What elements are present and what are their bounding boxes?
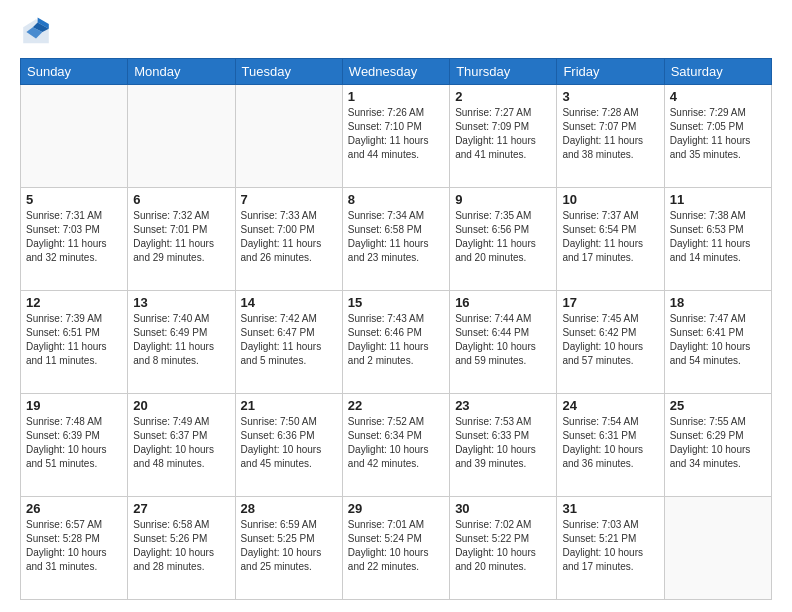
day-cell-3-0: 19Sunrise: 7:48 AMSunset: 6:39 PMDayligh… [21, 394, 128, 497]
day-info-line: Sunrise: 6:58 AM [133, 518, 229, 532]
day-cell-4-4: 30Sunrise: 7:02 AMSunset: 5:22 PMDayligh… [450, 497, 557, 600]
day-cell-0-3: 1Sunrise: 7:26 AMSunset: 7:10 PMDaylight… [342, 85, 449, 188]
col-monday: Monday [128, 59, 235, 85]
day-cell-4-1: 27Sunrise: 6:58 AMSunset: 5:26 PMDayligh… [128, 497, 235, 600]
day-cell-2-3: 15Sunrise: 7:43 AMSunset: 6:46 PMDayligh… [342, 291, 449, 394]
day-info-line: Sunset: 5:21 PM [562, 532, 658, 546]
day-number: 25 [670, 398, 766, 413]
day-number: 12 [26, 295, 122, 310]
day-info-line: Daylight: 10 hours and 54 minutes. [670, 340, 766, 368]
day-info-line: Sunrise: 7:43 AM [348, 312, 444, 326]
week-row-4: 19Sunrise: 7:48 AMSunset: 6:39 PMDayligh… [21, 394, 772, 497]
day-info-line: Sunrise: 7:01 AM [348, 518, 444, 532]
day-info-line: Daylight: 10 hours and 36 minutes. [562, 443, 658, 471]
day-number: 30 [455, 501, 551, 516]
day-info-line: Sunset: 6:56 PM [455, 223, 551, 237]
page-container: Sunday Monday Tuesday Wednesday Thursday… [0, 0, 792, 612]
day-info-line: Sunrise: 7:50 AM [241, 415, 337, 429]
day-number: 5 [26, 192, 122, 207]
day-info-line: Sunset: 6:41 PM [670, 326, 766, 340]
day-info-line: Sunset: 7:10 PM [348, 120, 444, 134]
day-number: 31 [562, 501, 658, 516]
day-cell-1-2: 7Sunrise: 7:33 AMSunset: 7:00 PMDaylight… [235, 188, 342, 291]
day-info-line: Sunset: 6:33 PM [455, 429, 551, 443]
day-number: 17 [562, 295, 658, 310]
day-cell-4-5: 31Sunrise: 7:03 AMSunset: 5:21 PMDayligh… [557, 497, 664, 600]
day-info-line: Daylight: 11 hours and 38 minutes. [562, 134, 658, 162]
day-info-line: Sunrise: 7:45 AM [562, 312, 658, 326]
day-info-line: Sunrise: 7:47 AM [670, 312, 766, 326]
day-cell-0-0 [21, 85, 128, 188]
day-info-line: Sunrise: 7:44 AM [455, 312, 551, 326]
day-number: 4 [670, 89, 766, 104]
day-info-line: Sunrise: 7:34 AM [348, 209, 444, 223]
day-info-line: Sunset: 6:39 PM [26, 429, 122, 443]
day-cell-4-0: 26Sunrise: 6:57 AMSunset: 5:28 PMDayligh… [21, 497, 128, 600]
day-info-line: Sunset: 6:42 PM [562, 326, 658, 340]
day-cell-1-6: 11Sunrise: 7:38 AMSunset: 6:53 PMDayligh… [664, 188, 771, 291]
day-info-line: Daylight: 10 hours and 39 minutes. [455, 443, 551, 471]
day-info-line: Daylight: 10 hours and 22 minutes. [348, 546, 444, 574]
day-cell-0-6: 4Sunrise: 7:29 AMSunset: 7:05 PMDaylight… [664, 85, 771, 188]
day-info-line: Daylight: 10 hours and 17 minutes. [562, 546, 658, 574]
day-info-line: Sunset: 6:51 PM [26, 326, 122, 340]
day-info-line: Daylight: 11 hours and 44 minutes. [348, 134, 444, 162]
day-info-line: Daylight: 10 hours and 31 minutes. [26, 546, 122, 574]
day-info-line: Daylight: 11 hours and 17 minutes. [562, 237, 658, 265]
day-number: 19 [26, 398, 122, 413]
col-sunday: Sunday [21, 59, 128, 85]
day-info-line: Sunset: 6:34 PM [348, 429, 444, 443]
day-info-line: Daylight: 11 hours and 26 minutes. [241, 237, 337, 265]
day-info-line: Daylight: 11 hours and 2 minutes. [348, 340, 444, 368]
col-friday: Friday [557, 59, 664, 85]
day-cell-2-1: 13Sunrise: 7:40 AMSunset: 6:49 PMDayligh… [128, 291, 235, 394]
day-info-line: Daylight: 10 hours and 34 minutes. [670, 443, 766, 471]
day-info-line: Sunset: 6:36 PM [241, 429, 337, 443]
day-info-line: Sunset: 6:49 PM [133, 326, 229, 340]
day-info-line: Sunrise: 7:33 AM [241, 209, 337, 223]
day-number: 15 [348, 295, 444, 310]
day-number: 20 [133, 398, 229, 413]
day-info-line: Sunrise: 7:37 AM [562, 209, 658, 223]
day-info-line: Sunrise: 7:49 AM [133, 415, 229, 429]
day-info-line: Sunrise: 7:48 AM [26, 415, 122, 429]
day-number: 28 [241, 501, 337, 516]
day-info-line: Sunrise: 7:29 AM [670, 106, 766, 120]
day-info-line: Sunset: 5:24 PM [348, 532, 444, 546]
day-info-line: Sunrise: 7:31 AM [26, 209, 122, 223]
day-info-line: Daylight: 10 hours and 42 minutes. [348, 443, 444, 471]
calendar-header-row: Sunday Monday Tuesday Wednesday Thursday… [21, 59, 772, 85]
day-info-line: Daylight: 11 hours and 8 minutes. [133, 340, 229, 368]
day-cell-0-4: 2Sunrise: 7:27 AMSunset: 7:09 PMDaylight… [450, 85, 557, 188]
day-cell-4-6 [664, 497, 771, 600]
day-info-line: Sunset: 6:37 PM [133, 429, 229, 443]
day-info-line: Daylight: 10 hours and 48 minutes. [133, 443, 229, 471]
day-info-line: Daylight: 11 hours and 41 minutes. [455, 134, 551, 162]
day-info-line: Sunset: 6:47 PM [241, 326, 337, 340]
header [20, 16, 772, 48]
day-info-line: Sunset: 6:54 PM [562, 223, 658, 237]
day-cell-2-6: 18Sunrise: 7:47 AMSunset: 6:41 PMDayligh… [664, 291, 771, 394]
day-info-line: Sunrise: 7:26 AM [348, 106, 444, 120]
day-cell-3-3: 22Sunrise: 7:52 AMSunset: 6:34 PMDayligh… [342, 394, 449, 497]
day-cell-3-5: 24Sunrise: 7:54 AMSunset: 6:31 PMDayligh… [557, 394, 664, 497]
day-info-line: Sunset: 7:00 PM [241, 223, 337, 237]
day-number: 11 [670, 192, 766, 207]
day-info-line: Daylight: 11 hours and 29 minutes. [133, 237, 229, 265]
day-number: 2 [455, 89, 551, 104]
day-cell-3-1: 20Sunrise: 7:49 AMSunset: 6:37 PMDayligh… [128, 394, 235, 497]
day-cell-0-1 [128, 85, 235, 188]
day-number: 9 [455, 192, 551, 207]
day-info-line: Sunset: 5:28 PM [26, 532, 122, 546]
day-info-line: Daylight: 11 hours and 11 minutes. [26, 340, 122, 368]
day-info-line: Sunset: 6:44 PM [455, 326, 551, 340]
col-wednesday: Wednesday [342, 59, 449, 85]
day-info-line: Sunrise: 7:32 AM [133, 209, 229, 223]
day-cell-3-2: 21Sunrise: 7:50 AMSunset: 6:36 PMDayligh… [235, 394, 342, 497]
day-info-line: Daylight: 11 hours and 35 minutes. [670, 134, 766, 162]
day-cell-4-2: 28Sunrise: 6:59 AMSunset: 5:25 PMDayligh… [235, 497, 342, 600]
day-info-line: Sunset: 6:58 PM [348, 223, 444, 237]
day-info-line: Sunrise: 6:59 AM [241, 518, 337, 532]
day-info-line: Sunset: 6:53 PM [670, 223, 766, 237]
day-info-line: Sunset: 7:07 PM [562, 120, 658, 134]
